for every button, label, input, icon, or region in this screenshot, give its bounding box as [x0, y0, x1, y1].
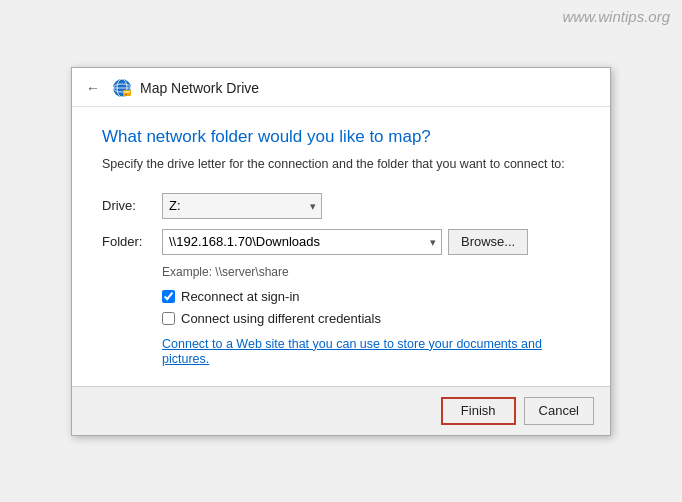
folder-row: Folder: Browse...	[102, 229, 580, 255]
reconnect-label: Reconnect at sign-in	[181, 289, 300, 304]
drive-row: Drive: Z:	[102, 193, 580, 219]
web-link-row: Connect to a Web site that you can use t…	[162, 336, 580, 366]
drive-label: Drive:	[102, 198, 162, 213]
example-text: Example: \\server\share	[162, 265, 580, 279]
reconnect-checkbox[interactable]	[162, 290, 175, 303]
folder-input-group: Browse...	[162, 229, 528, 255]
title-bar: ← Map Network Drive	[72, 68, 610, 107]
reconnect-row: Reconnect at sign-in	[162, 289, 580, 304]
dialog-title: Map Network Drive	[140, 80, 259, 96]
dialog-content: What network folder would you like to ma…	[72, 107, 610, 386]
folder-label: Folder:	[102, 234, 162, 249]
different-credentials-label: Connect using different credentials	[181, 311, 381, 326]
different-creds-row: Connect using different credentials	[162, 311, 580, 326]
cancel-button[interactable]: Cancel	[524, 397, 594, 425]
drive-select[interactable]: Z:	[162, 193, 322, 219]
dialog-heading: What network folder would you like to ma…	[102, 127, 580, 147]
finish-button[interactable]: Finish	[441, 397, 516, 425]
dialog-subtext: Specify the drive letter for the connect…	[102, 157, 580, 171]
svg-point-6	[125, 93, 127, 95]
folder-input-wrapper[interactable]	[162, 229, 442, 255]
dialog-footer: Finish Cancel	[72, 386, 610, 435]
browse-button[interactable]: Browse...	[448, 229, 528, 255]
network-drive-icon	[112, 78, 132, 98]
map-network-drive-dialog: ← Map Network Drive What network folder …	[71, 67, 611, 436]
drive-select-wrapper[interactable]: Z:	[162, 193, 322, 219]
back-button[interactable]: ←	[86, 80, 100, 96]
svg-rect-5	[124, 91, 130, 93]
folder-input[interactable]	[162, 229, 442, 255]
different-credentials-checkbox[interactable]	[162, 312, 175, 325]
watermark-text: www.wintips.org	[562, 8, 670, 25]
web-site-link[interactable]: Connect to a Web site that you can use t…	[162, 337, 542, 366]
